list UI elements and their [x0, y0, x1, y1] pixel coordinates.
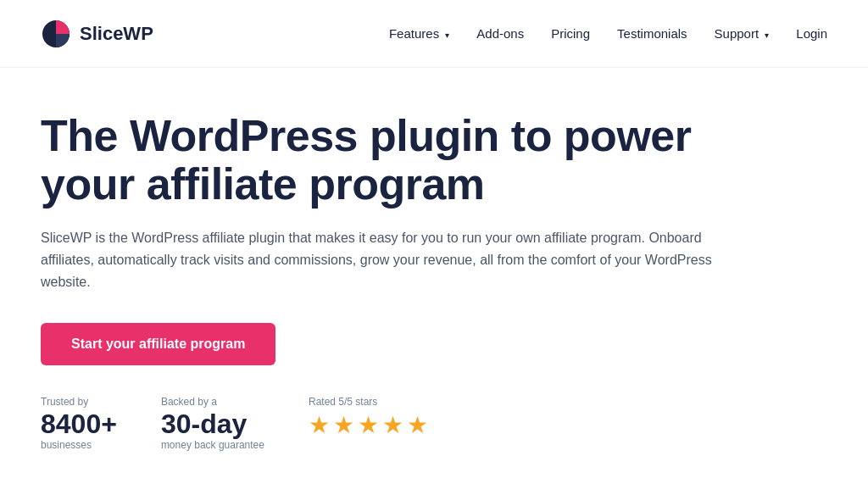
navigation: SliceWP Features ▾ Add-ons Pricing Testi…	[0, 0, 868, 68]
star-4: ★	[382, 411, 403, 439]
hero-section: The WordPress plugin to power your affil…	[0, 68, 763, 451]
nav-item-features[interactable]: Features ▾	[389, 26, 449, 42]
backed-sublabel: money back guarantee	[161, 439, 264, 451]
nav-item-addons[interactable]: Add-ons	[476, 26, 524, 42]
backed-number: 30-day	[161, 409, 264, 439]
logo-icon	[41, 19, 71, 49]
hero-title: The WordPress plugin to power your affil…	[41, 112, 722, 209]
trusted-number: 8400+	[41, 409, 117, 439]
nav-item-testimonials[interactable]: Testimonials	[617, 26, 687, 42]
chevron-down-icon: ▾	[445, 31, 449, 40]
star-5: ★	[407, 411, 428, 439]
rating-stat: Rated 5/5 stars ★ ★ ★ ★ ★	[309, 396, 428, 439]
chevron-down-icon: ▾	[765, 31, 769, 40]
nav-links: Features ▾ Add-ons Pricing Testimonials …	[389, 26, 827, 42]
nav-item-support[interactable]: Support ▾	[715, 26, 770, 42]
star-3: ★	[358, 411, 379, 439]
cta-button[interactable]: Start your affiliate program	[41, 323, 275, 365]
social-proof: Trusted by 8400+ businesses Backed by a …	[41, 396, 722, 451]
trusted-sublabel: businesses	[41, 439, 117, 451]
star-1: ★	[309, 411, 330, 439]
backed-label: Backed by a	[161, 396, 264, 408]
rating-label: Rated 5/5 stars	[309, 396, 428, 408]
logo[interactable]: SliceWP	[41, 19, 153, 49]
star-2: ★	[333, 411, 354, 439]
trusted-label: Trusted by	[41, 396, 117, 408]
logo-text: SliceWP	[80, 23, 153, 45]
nav-item-pricing[interactable]: Pricing	[551, 26, 590, 42]
nav-item-login[interactable]: Login	[796, 26, 827, 42]
backed-stat: Backed by a 30-day money back guarantee	[161, 396, 264, 451]
trusted-stat: Trusted by 8400+ businesses	[41, 396, 117, 451]
hero-description: SliceWP is the WordPress affiliate plugi…	[41, 227, 722, 292]
stars-row: ★ ★ ★ ★ ★	[309, 411, 428, 439]
